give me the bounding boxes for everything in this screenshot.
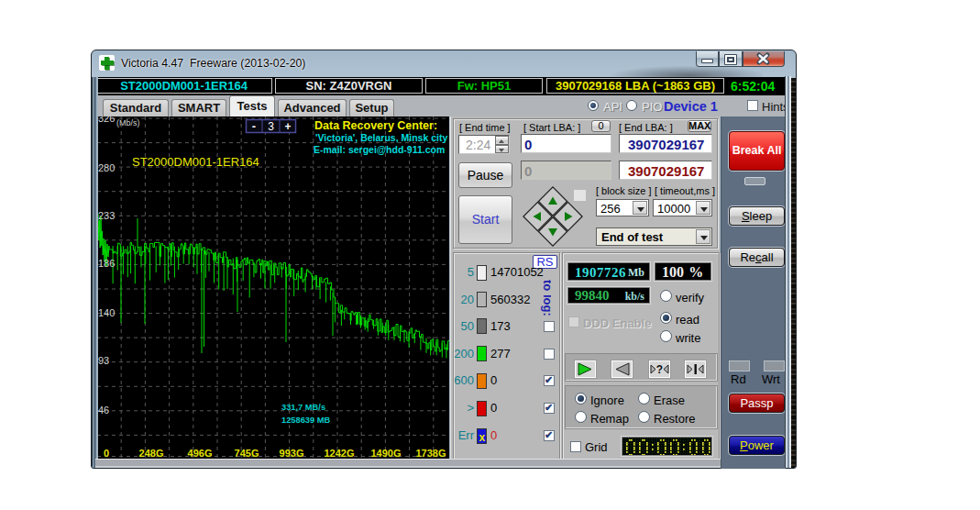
svg-text:Data Recovery Center:: Data Recovery Center: (314, 119, 437, 132)
svg-text:93: 93 (98, 355, 109, 366)
svg-text:'Victoria', Belarus, Minsk cit: 'Victoria', Belarus, Minsk city (315, 132, 447, 143)
svg-text:140: 140 (98, 307, 115, 318)
svg-text:46: 46 (98, 405, 109, 416)
svg-text:326: 326 (98, 116, 115, 124)
svg-text:to log:: to log: (541, 280, 551, 316)
svg-text:1242G: 1242G (324, 448, 354, 459)
svg-text:331,7 MB/s: 331,7 MB/s (281, 403, 325, 412)
svg-text:496G: 496G (188, 448, 213, 459)
svg-text:1738G: 1738G (415, 448, 446, 459)
svg-text:1258639 MB: 1258639 MB (281, 416, 331, 425)
svg-text:+: + (284, 120, 291, 133)
svg-text:E-mail: sergei@hdd-911.com: E-mail: sergei@hdd-911.com (314, 144, 445, 155)
svg-text:(Mb/s): (Mb/s) (116, 118, 140, 128)
svg-text:186: 186 (98, 258, 115, 269)
svg-text:233: 233 (98, 210, 115, 221)
svg-text:280: 280 (98, 162, 115, 173)
svg-text:3: 3 (268, 120, 274, 133)
svg-text:-: - (252, 119, 256, 133)
svg-text:?: ? (656, 363, 663, 376)
svg-text:248G: 248G (139, 448, 164, 459)
svg-text:0: 0 (104, 448, 109, 459)
svg-text:993G: 993G (280, 448, 304, 459)
svg-text:1490G: 1490G (370, 448, 401, 459)
svg-text:ST2000DM001-1ER164: ST2000DM001-1ER164 (132, 155, 259, 169)
svg-text:745G: 745G (235, 448, 259, 459)
